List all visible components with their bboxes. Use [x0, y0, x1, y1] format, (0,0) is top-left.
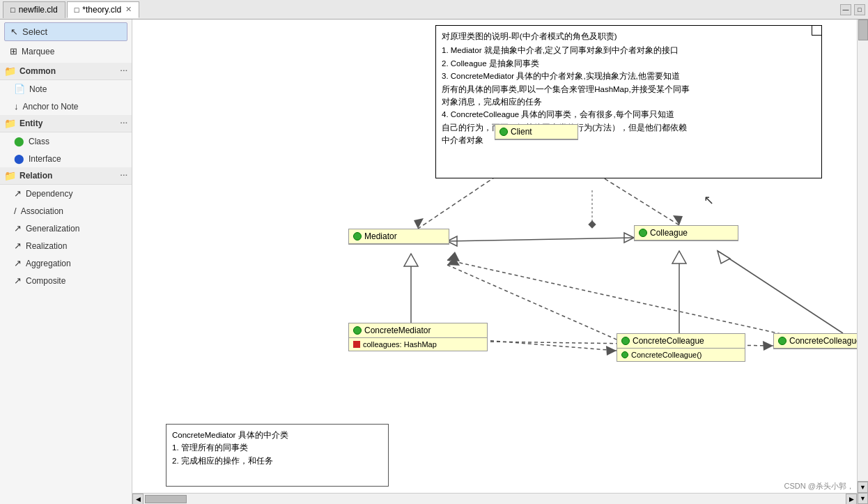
tab-theory-icon: □	[75, 6, 79, 14]
class-concretecolleague-body: ConcreteColleague()	[617, 349, 745, 361]
svg-marker-14	[606, 346, 617, 356]
class-mediator[interactable]: Mediator	[348, 229, 449, 245]
dependency-icon: ↗	[14, 188, 22, 199]
svg-marker-1	[414, 218, 424, 229]
sidebar-item-class[interactable]: ⬤ Class	[0, 132, 132, 150]
interface-icon: ⬤	[14, 153, 24, 164]
maximize-button[interactable]: □	[854, 4, 865, 15]
class-concretecolleague-header: ConcreteColleague	[617, 334, 745, 349]
realization-label: Realization	[26, 241, 67, 251]
class-concretemediator[interactable]: ConcreteMediator colleagues: HashMap	[348, 323, 488, 351]
sidebar-item-interface[interactable]: ⬤ Interface	[0, 150, 132, 167]
composite-icon: ↗	[14, 275, 22, 286]
class-colleague[interactable]: Colleague	[634, 225, 738, 241]
class-concretemediator-body: colleagues: HashMap	[349, 338, 487, 351]
select-label: Select	[22, 26, 47, 37]
relation-section-header[interactable]: 📁 Relation ⋯	[0, 167, 132, 185]
class-concretecolleague2-header: ConcreteColleague2	[774, 334, 868, 349]
class-concretecolleague2-label: ConcreteColleague2	[789, 336, 865, 346]
class-icon: ⬤	[14, 136, 24, 146]
common-folder-icon: 📁	[4, 66, 16, 77]
note-line-3: 2. Colleague 是抽象同事类	[442, 57, 816, 70]
note-corner	[812, 26, 821, 36]
class-concretemediator-visibility-icon	[353, 326, 362, 335]
marquee-button[interactable]: ⊞ Marquee	[4, 43, 127, 60]
class-concretecolleague2-visibility-icon	[778, 337, 786, 345]
marquee-icon: ⊞	[10, 46, 17, 56]
svg-marker-8	[404, 254, 418, 266]
class-mediator-header: Mediator	[349, 229, 449, 244]
interface-label: Interface	[29, 154, 61, 164]
vertical-scroll-thumb[interactable]	[858, 20, 868, 40]
scroll-track-h	[144, 494, 846, 504]
select-section: ↖ Select ⊞ Marquee	[0, 20, 132, 63]
anchor-icon: ↓	[14, 101, 19, 112]
scroll-bottom-arrow[interactable]: ▼	[858, 493, 868, 504]
class-concretecolleague2[interactable]: ConcreteColleague2	[773, 333, 868, 349]
sidebar-item-realization[interactable]: ↗ Realization	[0, 237, 132, 254]
class-concretecolleague-label: ConcreteColleague	[633, 336, 704, 346]
svg-marker-16	[763, 341, 773, 351]
vertical-scrollbar[interactable]: ▼ ▼	[857, 20, 868, 504]
method-concretecolleague-visibility-icon	[621, 351, 628, 358]
field-colleagues-visibility-icon	[353, 341, 360, 348]
sidebar-item-dependency[interactable]: ↗ Dependency	[0, 185, 132, 202]
note-line-2: 1. Mediator 就是抽象中介者,定义了同事对象到中介者对象的接口	[442, 44, 816, 56]
aggregation-icon: ↗	[14, 258, 22, 268]
field-colleagues: colleagues: HashMap	[353, 339, 483, 349]
horizontal-scrollbar[interactable]: ◀ ▶	[132, 493, 857, 504]
class-colleague-label: Colleague	[650, 228, 688, 238]
svg-marker-20	[447, 252, 460, 261]
note-line-5: 所有的具体的同事类,即以一个集合来管理HashMap,并接受某个同事	[442, 83, 816, 96]
minimize-button[interactable]: —	[840, 4, 851, 15]
select-icon: ↖	[10, 26, 18, 37]
svg-line-19	[447, 260, 787, 335]
class-client-header: Client	[495, 125, 578, 139]
tab-newfile[interactable]: □ newfile.cld	[3, 1, 65, 18]
class-concretecolleague[interactable]: ConcreteColleague ConcreteColleague()	[617, 333, 745, 362]
svg-line-4	[447, 238, 634, 241]
anchor-to-note-label: Anchor to Note	[23, 102, 79, 112]
composite-label: Composite	[26, 276, 65, 286]
note-line-6: 对象消息，完成相应的任务	[442, 96, 816, 108]
class-concretemediator-header: ConcreteMediator	[349, 323, 487, 338]
comment-line-3: 2. 完成相应的操作，和任务	[172, 455, 382, 467]
class-mediator-label: Mediator	[364, 231, 397, 241]
method-concretecolleague: ConcreteColleague()	[621, 350, 741, 360]
realization-icon: ↗	[14, 240, 22, 251]
common-section-label: Common	[20, 66, 56, 76]
generalization-icon: ↗	[14, 223, 22, 234]
class-client[interactable]: Client	[495, 124, 578, 140]
sidebar-item-aggregation[interactable]: ↗ Aggregation	[0, 254, 132, 272]
horizontal-scroll-thumb[interactable]	[145, 495, 187, 503]
svg-line-11	[718, 251, 843, 333]
scroll-right-arrow[interactable]: ▶	[846, 494, 857, 505]
sidebar-item-association[interactable]: / Association	[0, 202, 132, 220]
entity-section-label: Entity	[20, 119, 42, 128]
sidebar-item-anchor-to-note[interactable]: ↓ Anchor to Note	[0, 98, 132, 115]
entity-section-header[interactable]: 📁 Entity ⋯	[0, 115, 132, 132]
tab-theory-label: *theory.cld	[82, 5, 121, 15]
select-button[interactable]: ↖ Select	[4, 22, 127, 41]
canvas-area[interactable]: 对原理类图的说明-即(中介者模式的角色及职责) 1. Mediator 就是抽象…	[132, 20, 868, 504]
aggregation-label: Aggregation	[26, 259, 71, 268]
scroll-down-arrow[interactable]: ▼	[858, 482, 868, 493]
note-box: 对原理类图的说明-即(中介者模式的角色及职责) 1. Mediator 就是抽象…	[435, 25, 822, 178]
sidebar-item-generalization[interactable]: ↗ Generalization	[0, 220, 132, 237]
scroll-left-arrow[interactable]: ◀	[132, 494, 144, 505]
sidebar-item-note[interactable]: 📄 Note	[0, 80, 132, 98]
entity-folder-icon: 📁	[4, 118, 16, 129]
window-controls: — □	[840, 4, 868, 15]
tab-bar: □ newfile.cld □ *theory.cld ✕ — □	[0, 0, 868, 20]
class-concretecolleague-visibility-icon	[621, 337, 630, 345]
entity-expand-icon: ⋯	[120, 119, 127, 128]
tab-newfile-label: newfile.cld	[19, 5, 58, 15]
sidebar-item-composite[interactable]: ↗ Composite	[0, 272, 132, 289]
common-section-header[interactable]: 📁 Common ⋯	[0, 63, 132, 80]
svg-marker-12	[718, 251, 730, 264]
generalization-label: Generalization	[26, 224, 79, 234]
tab-theory[interactable]: □ *theory.cld ✕	[67, 1, 139, 18]
association-icon: /	[14, 206, 17, 216]
tab-theory-close-icon[interactable]: ✕	[125, 5, 132, 14]
relation-section-label: Relation	[20, 171, 52, 181]
